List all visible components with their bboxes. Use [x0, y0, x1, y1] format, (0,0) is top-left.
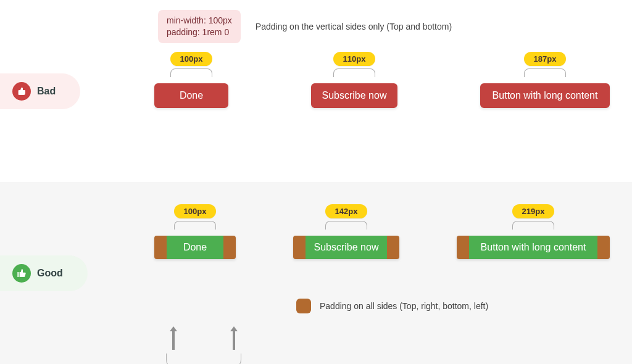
code-line: min-width: 100px: [167, 15, 232, 27]
width-badge: 187px: [524, 52, 567, 66]
bad-button-example: 110px Subscribe now: [311, 52, 397, 108]
thumbs-up-icon: [12, 264, 31, 283]
demo-button: Subscribe now: [311, 83, 397, 108]
width-badge: 219px: [512, 204, 555, 218]
good-label: Good: [37, 268, 63, 279]
padding-arrows: padding-left: 16px padding-right: 16px: [158, 325, 249, 364]
demo-button: Done: [167, 236, 223, 259]
demo-button: Button with long content: [480, 83, 610, 108]
demo-button: Done: [154, 83, 228, 108]
bad-pill: Bad: [0, 73, 80, 109]
code-line: padding: 1rem 0: [167, 27, 232, 38]
thumbs-down-icon: [12, 82, 31, 101]
width-badge: 100px: [174, 204, 217, 218]
bad-row: Bad min-width: 100px padding: 1rem 0 Pad…: [0, 0, 632, 182]
width-badge: 142px: [325, 204, 368, 218]
demo-button: Subscribe now: [306, 236, 387, 259]
good-button-example: 142px Subscribe now: [293, 204, 399, 259]
padding-swatch: [223, 236, 236, 259]
bad-note: Padding on the vertical sides only (Top …: [256, 22, 452, 31]
bad-button-example: 100px Done: [154, 52, 228, 108]
demo-button: Button with long content: [469, 236, 597, 259]
width-badge: 110px: [333, 52, 376, 66]
good-row: Good 100px Done 142px Subscribe now 219p…: [0, 182, 632, 364]
padding-swatch-icon: [296, 299, 311, 313]
padding-swatch: [154, 236, 167, 259]
padding-swatch: [457, 236, 469, 259]
good-pill: Good: [0, 255, 88, 291]
padding-swatch: [387, 236, 399, 259]
good-button-example: 219px Button with long content: [457, 204, 610, 259]
good-note: Padding on all sides (Top, right, bottom…: [320, 301, 488, 311]
padding-swatch: [597, 236, 610, 259]
bad-label: Bad: [37, 86, 56, 97]
bad-button-example: 187px Button with long content: [480, 52, 610, 108]
width-badge: 100px: [170, 52, 213, 66]
padding-swatch: [293, 236, 306, 259]
good-button-example: 100px Done: [154, 204, 236, 259]
legend: Padding on all sides (Top, right, bottom…: [296, 299, 616, 313]
bad-code: min-width: 100px padding: 1rem 0: [158, 10, 241, 43]
